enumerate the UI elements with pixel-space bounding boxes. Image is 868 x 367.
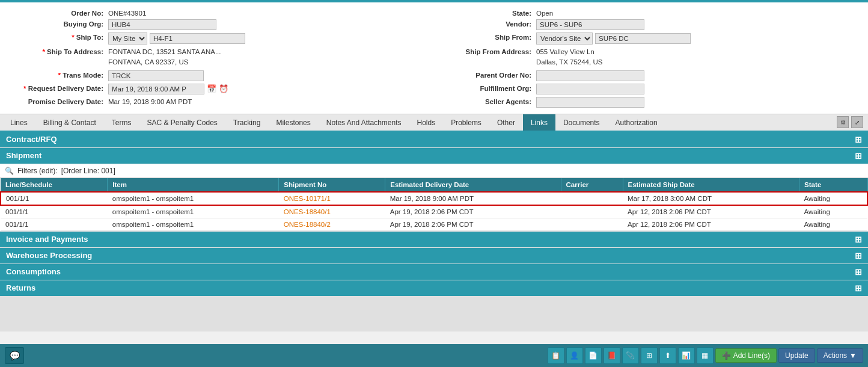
buying-org-label: Buying Org:: [12, 19, 108, 28]
tab-authorization[interactable]: Authorization: [608, 114, 665, 131]
ship-from-label: Ship From:: [440, 32, 536, 41]
tab-holds[interactable]: Holds: [409, 114, 444, 131]
ship-from-address-value: 055 Valley View Ln Dallas, TX 75244, US: [536, 47, 602, 68]
cell-state: Awaiting: [799, 205, 867, 218]
col-state: State: [799, 178, 867, 192]
ship-from-site-select[interactable]: Vendor's Site: [536, 32, 593, 45]
cell-item: omspoitem1 - omspoitem1: [108, 205, 279, 218]
cell-shipment-no[interactable]: ONES-18840/2: [279, 218, 385, 230]
cell-est-ship: Apr 12, 2018 2:06 PM CDT: [623, 218, 799, 230]
col-est-ship: Estimated Ship Date: [623, 178, 799, 192]
warehouse-processing-expand-icon: ⊞: [855, 251, 862, 261]
cell-line: 001/1/1: [1, 205, 108, 218]
contract-rfq-header[interactable]: Contract/RFQ ⊞: [0, 132, 868, 147]
shipment-label: Shipment: [6, 151, 41, 160]
tab-billing[interactable]: Billing & Contact: [35, 114, 104, 131]
fulfillment-org-input[interactable]: [536, 84, 644, 94]
parent-order-label: Parent Order No:: [440, 70, 536, 79]
cell-state: Awaiting: [799, 192, 867, 205]
tab-other[interactable]: Other: [489, 114, 523, 131]
expand-icon[interactable]: ⤢: [851, 116, 863, 128]
buying-org-input[interactable]: [108, 19, 216, 30]
settings-icon[interactable]: ⚙: [837, 116, 849, 128]
warehouse-processing-label: Warehouse Processing: [6, 251, 92, 260]
promise-delivery-value: Mar 19, 2018 9:00 AM PDT: [108, 97, 192, 105]
trans-mode-input[interactable]: [108, 70, 204, 81]
col-shipment-no: Shipment No: [279, 178, 385, 192]
ship-from-address-label: Ship From Address:: [440, 47, 536, 55]
cell-state: Awaiting: [799, 218, 867, 230]
calendar-icon[interactable]: 📅: [207, 84, 216, 93]
filter-bar: 🔍 Filters (edit): [Order Line: 001]: [0, 164, 868, 178]
col-est-delivery: Estimated Delivery Date: [385, 178, 561, 192]
col-line-schedule: Line/Schedule: [1, 178, 108, 192]
request-delivery-input[interactable]: [108, 84, 204, 94]
state-label: State:: [440, 8, 536, 17]
request-delivery-label: * Request Delivery Date:: [12, 84, 108, 92]
table-row[interactable]: 001/1/1 omspoitem1 - omspoitem1 ONES-188…: [1, 218, 867, 230]
state-value: Open: [536, 8, 553, 17]
cell-shipment-no[interactable]: ONES-18840/1: [279, 205, 385, 218]
cell-est-ship: Mar 17, 2018 3:00 AM CDT: [623, 192, 799, 205]
consumptions-expand-icon: ⊞: [855, 267, 862, 277]
ship-from-code-input[interactable]: [595, 33, 691, 44]
search-icon: 🔍: [5, 167, 14, 175]
tab-documents[interactable]: Documents: [555, 114, 608, 131]
invoice-payments-header[interactable]: Invoice and Payments ⊞: [0, 232, 868, 247]
tab-tracking[interactable]: Tracking: [225, 114, 269, 131]
cell-shipment-no[interactable]: ONES-10171/1: [279, 192, 385, 205]
cell-line: 001/1/1: [1, 218, 108, 230]
tabs-bar: Lines Billing & Contact Terms SAC & Pena…: [0, 114, 868, 132]
contract-rfq-expand-icon: ⊞: [855, 135, 862, 144]
cell-est-delivery: Mar 19, 2018 9:00 AM PDT: [385, 192, 561, 205]
ship-to-code-input[interactable]: [150, 33, 245, 44]
col-carrier: Carrier: [561, 178, 623, 192]
cell-line: 001/1/1: [1, 192, 108, 205]
ship-to-label: * Ship To:: [12, 32, 108, 41]
consumptions-header[interactable]: Consumptions ⊞: [0, 264, 868, 280]
order-no-label: Order No:: [12, 8, 108, 17]
shipment-header[interactable]: Shipment ⊞: [0, 148, 868, 164]
tab-milestones[interactable]: Milestones: [268, 114, 318, 131]
shipment-table-wrapper: Line/Schedule Item Shipment No Estimated…: [0, 178, 868, 231]
cell-carrier: [561, 218, 623, 230]
ship-to-address-value: FONTANA DC, 13521 SANTA ANA... FONTANA, …: [108, 47, 221, 68]
vendor-input[interactable]: [536, 19, 644, 30]
cell-item: omspoitem1 - omspoitem1: [108, 192, 279, 205]
cell-est-ship: Apr 12, 2018 2:06 PM CDT: [623, 205, 799, 218]
shipment-table: Line/Schedule Item Shipment No Estimated…: [0, 178, 868, 231]
cell-carrier: [561, 192, 623, 205]
seller-agents-label: Seller Agents:: [440, 97, 536, 105]
tab-terms[interactable]: Terms: [104, 114, 139, 131]
returns-expand-icon: ⊞: [855, 283, 862, 293]
returns-header[interactable]: Returns ⊞: [0, 280, 868, 296]
col-item: Item: [108, 178, 279, 192]
shipment-expand-icon: ⊞: [855, 151, 862, 161]
cell-est-delivery: Apr 19, 2018 2:06 PM CDT: [385, 218, 561, 230]
tab-sac[interactable]: SAC & Penalty Codes: [139, 114, 225, 131]
invoice-payments-expand-icon: ⊞: [855, 235, 862, 244]
warehouse-processing-header[interactable]: Warehouse Processing ⊞: [0, 248, 868, 264]
table-row[interactable]: 001/1/1 omspoitem1 - omspoitem1 ONES-188…: [1, 205, 867, 218]
table-row[interactable]: 001/1/1 omspoitem1 - omspoitem1 ONES-101…: [1, 192, 867, 205]
ship-to-address-label: * Ship To Address:: [12, 47, 108, 55]
tab-links[interactable]: Links: [523, 114, 555, 131]
contract-rfq-label: Contract/RFQ: [6, 135, 57, 144]
fulfillment-org-label: Fulfillment Org:: [440, 84, 536, 92]
cell-item: omspoitem1 - omspoitem1: [108, 218, 279, 230]
filter-value: [Order Line: 001]: [61, 167, 115, 175]
ship-to-site-select[interactable]: My Site: [108, 32, 147, 45]
clock-icon[interactable]: ⏰: [219, 84, 228, 93]
invoice-payments-label: Invoice and Payments: [6, 235, 88, 244]
cell-est-delivery: Apr 19, 2018 2:06 PM CDT: [385, 205, 561, 218]
seller-agents-input[interactable]: [536, 97, 644, 108]
cell-carrier: [561, 205, 623, 218]
tab-problems[interactable]: Problems: [443, 114, 489, 131]
parent-order-input[interactable]: [536, 70, 644, 81]
returns-label: Returns: [6, 283, 35, 292]
consumptions-label: Consumptions: [6, 267, 61, 276]
order-no-value: ONE#43901: [108, 8, 146, 17]
tab-notes[interactable]: Notes And Attachments: [319, 114, 409, 131]
tab-lines[interactable]: Lines: [2, 114, 35, 131]
vendor-label: Vendor:: [440, 19, 536, 28]
